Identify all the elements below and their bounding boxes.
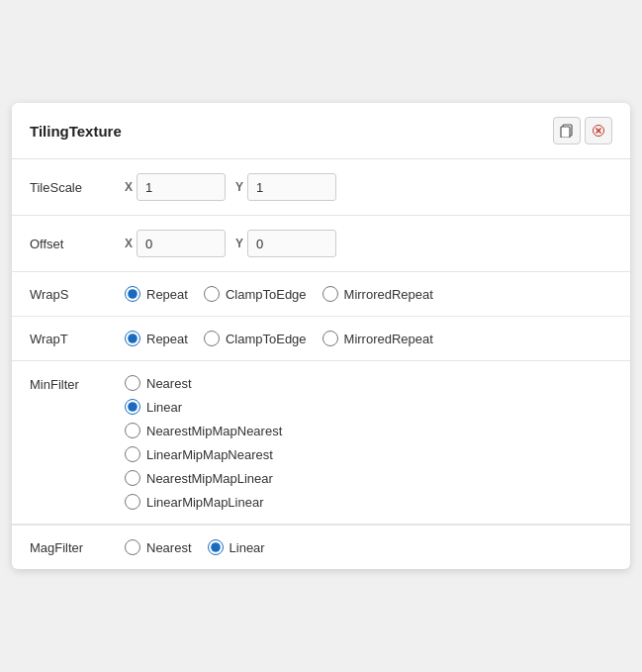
- mag-linear-radio[interactable]: [208, 539, 224, 555]
- wrapt-repeat-radio[interactable]: [125, 331, 140, 346]
- tile-scale-y: Y: [235, 173, 336, 201]
- wraps-row: WrapS Repeat ClampToEdge MirroredRepeat: [30, 286, 612, 302]
- min-linear-radio[interactable]: [125, 399, 140, 415]
- wrapt-row: WrapT Repeat ClampToEdge MirroredRepeat: [30, 331, 612, 346]
- wrapt-clamp-radio[interactable]: [204, 331, 220, 346]
- minfilter-row: MinFilter Nearest Linear NearestMipMapNe…: [30, 375, 612, 510]
- min-linearmiplinear-radio[interactable]: [125, 494, 140, 510]
- min-nearest-label: Nearest: [146, 376, 192, 391]
- mag-linear-label: Linear: [229, 540, 265, 555]
- wrapt-clamp-option[interactable]: ClampToEdge: [204, 331, 307, 346]
- wraps-label: WrapS: [30, 287, 109, 302]
- offset-x-label: X: [125, 237, 133, 250]
- close-icon: [593, 125, 604, 137]
- wraps-mirrored-label: MirroredRepeat: [344, 287, 433, 302]
- header-buttons: [553, 117, 612, 144]
- min-nearestmiplinear-option[interactable]: NearestMipMapLinear: [125, 470, 282, 486]
- wrapt-section: WrapT Repeat ClampToEdge MirroredRepeat: [12, 317, 630, 361]
- min-nearest-radio[interactable]: [125, 375, 140, 391]
- svg-rect-1: [561, 127, 570, 138]
- offset-row: Offset X Y: [30, 230, 612, 257]
- tile-scale-section: TileScale X Y: [12, 159, 630, 216]
- tile-scale-row: TileScale X Y: [30, 173, 612, 201]
- panel-header: TilingTexture: [12, 103, 630, 159]
- min-nearestmipnearest-label: NearestMipMapNearest: [146, 424, 282, 438]
- minfilter-section: MinFilter Nearest Linear NearestMipMapNe…: [12, 361, 630, 525]
- wraps-repeat-radio[interactable]: [125, 286, 140, 302]
- wraps-mirrored-radio[interactable]: [322, 286, 338, 302]
- min-linearmipnearest-option[interactable]: LinearMipMapNearest: [125, 446, 282, 462]
- min-linear-option[interactable]: Linear: [125, 399, 282, 415]
- min-nearestmiplinear-radio[interactable]: [125, 470, 140, 486]
- wrapt-repeat-label: Repeat: [146, 332, 188, 346]
- offset-y-input[interactable]: [247, 230, 336, 257]
- offset-inputs: X Y: [125, 230, 336, 257]
- wrapt-repeat-option[interactable]: Repeat: [125, 331, 188, 346]
- wraps-repeat-label: Repeat: [146, 287, 188, 302]
- tile-scale-x-label: X: [125, 180, 133, 194]
- mag-nearest-option[interactable]: Nearest: [125, 539, 192, 555]
- wraps-clamp-option[interactable]: ClampToEdge: [204, 286, 307, 302]
- wrapt-mirrored-option[interactable]: MirroredRepeat: [322, 331, 433, 346]
- magfilter-radio-group: Nearest Linear: [125, 539, 265, 555]
- wraps-repeat-option[interactable]: Repeat: [125, 286, 188, 302]
- min-nearestmipnearest-option[interactable]: NearestMipMapNearest: [125, 423, 282, 438]
- panel-title: TilingTexture: [30, 123, 122, 140]
- min-nearestmiplinear-label: NearestMipMapLinear: [146, 471, 273, 486]
- offset-x-input[interactable]: [137, 230, 226, 257]
- tile-scale-y-input[interactable]: [247, 173, 336, 201]
- close-button[interactable]: [585, 117, 612, 144]
- min-linearmiplinear-option[interactable]: LinearMipMapLinear: [125, 494, 282, 510]
- wrapt-radio-group: Repeat ClampToEdge MirroredRepeat: [125, 331, 433, 346]
- mag-nearest-radio[interactable]: [125, 539, 140, 555]
- offset-y: Y: [235, 230, 336, 257]
- tile-scale-label: TileScale: [30, 180, 109, 195]
- min-nearestmipnearest-radio[interactable]: [125, 423, 140, 438]
- min-nearest-option[interactable]: Nearest: [125, 375, 282, 391]
- wraps-clamp-label: ClampToEdge: [226, 287, 307, 302]
- offset-y-label: Y: [235, 237, 243, 250]
- tile-scale-y-label: Y: [235, 180, 243, 194]
- tile-scale-x-input[interactable]: [137, 173, 226, 201]
- mag-linear-option[interactable]: Linear: [208, 539, 265, 555]
- min-linear-label: Linear: [146, 400, 182, 415]
- wraps-section: WrapS Repeat ClampToEdge MirroredRepeat: [12, 272, 630, 317]
- tile-scale-inputs: X Y: [125, 173, 336, 201]
- wrapt-label: WrapT: [30, 332, 109, 346]
- min-linearmipnearest-radio[interactable]: [125, 446, 140, 462]
- wrapt-mirrored-radio[interactable]: [322, 331, 338, 346]
- minfilter-label: MinFilter: [30, 375, 109, 510]
- wraps-radio-group: Repeat ClampToEdge MirroredRepeat: [125, 286, 433, 302]
- min-linearmiplinear-label: LinearMipMapLinear: [146, 495, 264, 510]
- wrapt-clamp-label: ClampToEdge: [226, 332, 307, 346]
- magfilter-row: MagFilter Nearest Linear: [30, 539, 612, 555]
- magfilter-label: MagFilter: [30, 540, 109, 555]
- copy-icon: [560, 124, 574, 138]
- magfilter-section: MagFilter Nearest Linear: [12, 525, 630, 569]
- wraps-clamp-radio[interactable]: [204, 286, 220, 302]
- tile-scale-x: X: [125, 173, 226, 201]
- offset-section: Offset X Y: [12, 216, 630, 272]
- minfilter-options: Nearest Linear NearestMipMapNearest Line…: [125, 375, 282, 510]
- min-linearmipnearest-label: LinearMipMapNearest: [146, 447, 273, 462]
- copy-button[interactable]: [553, 117, 581, 144]
- offset-x: X: [125, 230, 226, 257]
- mag-nearest-label: Nearest: [146, 540, 192, 555]
- wraps-mirrored-option[interactable]: MirroredRepeat: [322, 286, 433, 302]
- offset-label: Offset: [30, 237, 109, 251]
- tiling-texture-panel: TilingTexture TileScale: [12, 103, 630, 569]
- wrapt-mirrored-label: MirroredRepeat: [344, 332, 433, 346]
